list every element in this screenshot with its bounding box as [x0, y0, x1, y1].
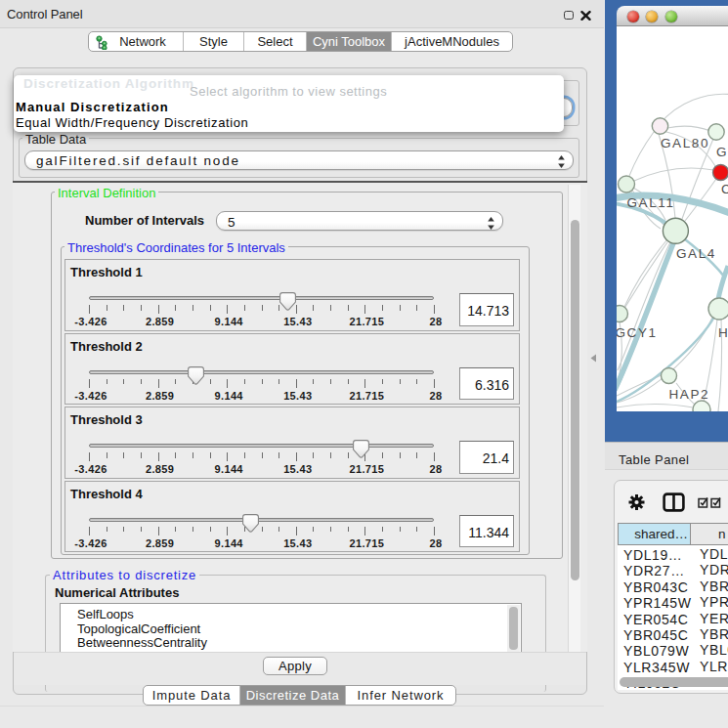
svg-text:C: C — [721, 182, 728, 196]
svg-text:GCY1: GCY1 — [617, 325, 658, 340]
svg-text:G.: G. — [716, 145, 728, 159]
svg-text:GAL80: GAL80 — [661, 136, 709, 150]
svg-text:GAL4: GAL4 — [676, 246, 716, 261]
svg-text:HAP2: HAP2 — [669, 387, 710, 402]
svg-text:GAL11: GAL11 — [627, 195, 675, 210]
svg-text:H: H — [718, 325, 728, 340]
